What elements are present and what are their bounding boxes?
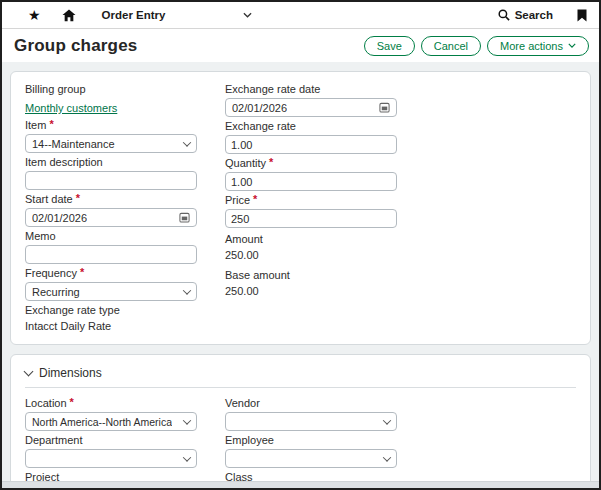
application-menu-label: Order Entry [102, 9, 166, 21]
dimensions-section-toggle[interactable]: Dimensions [25, 366, 576, 388]
chevron-down-icon [24, 367, 34, 377]
vendor-label: Vendor [225, 397, 425, 410]
dimensions-section-title: Dimensions [39, 366, 102, 380]
amount-field: Amount 250.00 [225, 233, 425, 262]
billing-group-link[interactable]: Monthly customers [25, 101, 117, 115]
required-asterisk: * [269, 157, 273, 167]
chevron-down-icon [183, 416, 191, 424]
frequency-select-value: Recurring [32, 286, 80, 298]
calendar-icon[interactable] [179, 212, 190, 223]
employee-select[interactable] [225, 449, 397, 468]
location-field: Location* North America--North America [25, 397, 225, 431]
location-label: Location* [25, 397, 225, 410]
department-select[interactable] [25, 449, 197, 468]
vendor-select[interactable] [225, 412, 397, 431]
item-description-input[interactable] [25, 171, 197, 190]
exchange-rate-field: Exchange rate [225, 120, 425, 154]
memo-input[interactable] [25, 245, 197, 264]
start-date-value: 02/01/2026 [32, 212, 87, 224]
project-field: Project [25, 471, 225, 481]
required-asterisk: * [80, 267, 84, 277]
main-form-panel: Billing group Monthly customers Item* 14… [10, 71, 591, 345]
location-select[interactable]: North America--North America [25, 412, 197, 431]
chevron-down-icon [568, 43, 576, 48]
chevron-down-icon [183, 286, 191, 294]
frequency-field: Frequency* Recurring [25, 267, 225, 301]
class-label: Class [225, 471, 425, 481]
chevron-down-icon [183, 453, 191, 461]
class-field: Class [225, 471, 425, 481]
exchange-rate-date-field: Exchange rate date 02/01/2026 [225, 83, 425, 117]
chevron-down-icon [383, 453, 391, 461]
search-label: Search [515, 9, 553, 21]
form-left-column: Billing group Monthly customers Item* 14… [25, 83, 225, 336]
price-field: Price* [225, 194, 425, 228]
exchange-rate-date-input[interactable]: 02/01/2026 [225, 98, 397, 117]
item-field: Item* 14--Maintenance [25, 119, 225, 153]
item-select[interactable]: 14--Maintenance [25, 134, 197, 153]
memo-field: Memo [25, 230, 225, 264]
quantity-label: Quantity* [225, 157, 425, 170]
price-input[interactable] [225, 209, 397, 228]
bookmark-icon[interactable] [577, 9, 587, 22]
favorites-star-icon[interactable]: ★ [28, 8, 41, 22]
page-body: Billing group Monthly customers Item* 14… [2, 62, 599, 481]
cancel-button[interactable]: Cancel [421, 36, 481, 56]
page-title: Group charges [14, 36, 138, 56]
price-label: Price* [225, 194, 425, 207]
exchange-rate-label: Exchange rate [225, 120, 425, 133]
base-amount-value: 250.00 [225, 284, 425, 298]
quantity-field: Quantity* [225, 157, 425, 191]
base-amount-field: Base amount 250.00 [225, 269, 425, 298]
exchange-rate-type-label: Exchange rate type [25, 304, 225, 317]
chevron-down-icon [383, 416, 391, 424]
required-asterisk: * [70, 397, 74, 407]
department-field: Department [25, 434, 225, 468]
item-description-label: Item description [25, 156, 225, 169]
base-amount-label: Base amount [225, 269, 425, 282]
billing-group-field: Billing group Monthly customers [25, 83, 225, 116]
item-description-field: Item description [25, 156, 225, 190]
start-date-input[interactable]: 02/01/2026 [25, 208, 197, 227]
dimensions-right-column: Vendor Employee Cl [225, 397, 425, 481]
location-select-value: North America--North America [32, 416, 172, 428]
page-header: Group charges Save Cancel More actions [2, 29, 599, 62]
required-asterisk: * [253, 194, 257, 204]
more-actions-button[interactable]: More actions [487, 36, 589, 56]
exchange-rate-date-value: 02/01/2026 [232, 102, 287, 114]
header-actions: Save Cancel More actions [364, 36, 589, 56]
required-asterisk: * [49, 119, 53, 129]
home-icon[interactable] [62, 9, 76, 22]
amount-label: Amount [225, 233, 425, 246]
application-menu[interactable]: Order Entry [102, 9, 252, 21]
item-label: Item* [25, 119, 225, 132]
amount-value: 250.00 [225, 248, 425, 262]
calendar-icon[interactable] [379, 102, 390, 113]
employee-field: Employee [225, 434, 425, 468]
item-select-value: 14--Maintenance [32, 138, 115, 150]
frequency-select[interactable]: Recurring [25, 282, 197, 301]
exchange-rate-type-field: Exchange rate type Intacct Daily Rate [25, 304, 225, 333]
form-right-column: Exchange rate date 02/01/2026 Exchange r… [225, 83, 425, 336]
dimensions-panel: Dimensions Location* North America--Nort… [10, 354, 591, 481]
start-date-label: Start date* [25, 193, 225, 206]
chevron-down-icon [183, 138, 191, 146]
frequency-label: Frequency* [25, 267, 225, 280]
quantity-input[interactable] [225, 172, 397, 191]
start-date-field: Start date* 02/01/2026 [25, 193, 225, 227]
exchange-rate-date-label: Exchange rate date [225, 83, 425, 96]
search-icon [498, 9, 510, 21]
employee-label: Employee [225, 434, 425, 447]
horizontal-scrollbar[interactable] [2, 481, 599, 488]
exchange-rate-input[interactable] [225, 135, 397, 154]
required-asterisk: * [76, 193, 80, 203]
app-window: ★ Order Entry Search Group c [0, 0, 601, 490]
exchange-rate-type-value: Intacct Daily Rate [25, 319, 225, 333]
project-label: Project [25, 471, 225, 481]
save-button[interactable]: Save [364, 36, 415, 56]
vendor-field: Vendor [225, 397, 425, 431]
dimensions-left-column: Location* North America--North America D… [25, 397, 225, 481]
memo-label: Memo [25, 230, 225, 243]
search-button[interactable]: Search [498, 9, 553, 21]
billing-group-label: Billing group [25, 83, 225, 96]
